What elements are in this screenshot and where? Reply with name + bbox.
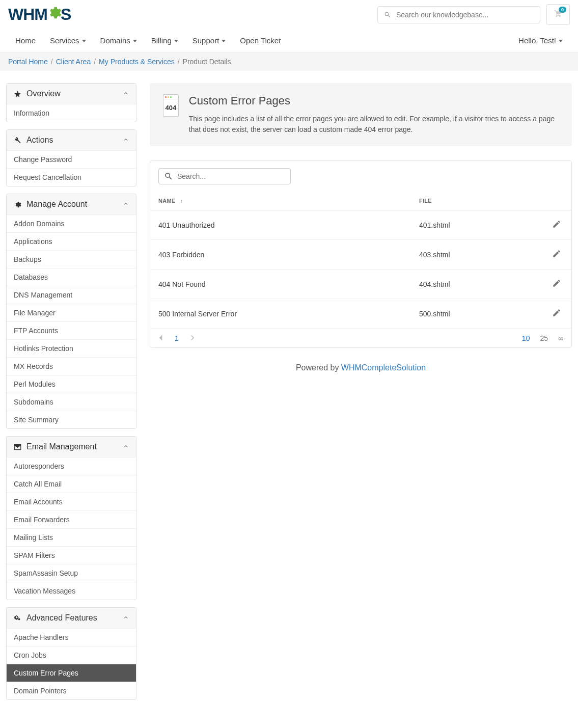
panel-header[interactable]: Overview	[7, 84, 136, 104]
sidebar-item-perl-modules[interactable]: Perl Modules	[7, 375, 136, 393]
navbar-right: Hello, Test!	[511, 29, 570, 52]
error-pages-table-card: NAME ↑ FILE 401 Unauthorized401.shtml403…	[150, 160, 572, 348]
panel-header[interactable]: Actions	[7, 130, 136, 150]
gear-icon	[14, 201, 21, 208]
panel-header[interactable]: Advanced Features	[7, 608, 136, 628]
table-row: 403 Forbidden403.shtml	[150, 240, 571, 269]
sidebar: OverviewInformationActionsChange Passwor…	[6, 83, 136, 707]
pager: 1	[158, 334, 195, 342]
page-size-option[interactable]: 10	[522, 334, 530, 342]
page-title: Custom Error Pages	[189, 94, 559, 107]
sidebar-item-request-cancellation[interactable]: Request Cancellation	[7, 168, 136, 186]
sidebar-item-email-forwarders[interactable]: Email Forwarders	[7, 510, 136, 528]
logo-text-post: S	[61, 5, 71, 24]
nav-services[interactable]: Services	[43, 29, 93, 52]
cell-name: 500 Internal Server Error	[150, 299, 411, 329]
chevron-up-icon	[123, 90, 129, 96]
edit-button[interactable]	[550, 277, 563, 291]
panel-header[interactable]: Email Management	[7, 437, 136, 457]
search-icon	[164, 172, 173, 181]
sidebar-item-hotlinks-protection[interactable]: Hotlinks Protection	[7, 339, 136, 357]
sidebar-item-addon-domains[interactable]: Addon Domains	[7, 214, 136, 232]
breadcrumb-current: Product Details	[183, 58, 231, 66]
kb-search[interactable]	[377, 6, 540, 23]
panel-header[interactable]: Manage Account	[7, 194, 136, 214]
breadcrumb-link[interactable]: Client Area	[56, 58, 91, 66]
sidebar-item-site-summary[interactable]: Site Summary	[7, 411, 136, 428]
panel-title: Actions	[26, 136, 53, 145]
col-file-header[interactable]: FILE	[411, 192, 541, 210]
sidebar-item-subdomains[interactable]: Subdomains	[7, 393, 136, 411]
sidebar-item-dns-management[interactable]: DNS Management	[7, 286, 136, 304]
chevron-down-icon	[82, 40, 86, 42]
sidebar-item-cron-jobs[interactable]: Cron Jobs	[7, 646, 136, 664]
sidebar-item-databases[interactable]: Databases	[7, 268, 136, 286]
header: WHM S 0	[0, 0, 578, 29]
panel-title: Manage Account	[26, 200, 87, 209]
chevron-down-icon	[133, 40, 137, 42]
edit-button[interactable]	[550, 218, 563, 232]
sidebar-item-information[interactable]: Information	[7, 104, 136, 122]
user-greeting[interactable]: Hello, Test!	[511, 29, 570, 52]
nav-label: Domains	[100, 36, 130, 45]
nav-support[interactable]: Support	[185, 29, 233, 52]
sidebar-item-apache-handlers[interactable]: Apache Handlers	[7, 628, 136, 646]
sidebar-panel-actions: ActionsChange PasswordRequest Cancellati…	[6, 129, 136, 186]
cell-file: 403.shtml	[411, 240, 541, 269]
table-footer: 1 1025∞	[150, 328, 571, 347]
chevron-down-icon	[222, 40, 226, 42]
table-search-input[interactable]	[177, 172, 285, 180]
breadcrumb-link[interactable]: My Products & Services	[99, 58, 175, 66]
sidebar-item-file-manager[interactable]: File Manager	[7, 304, 136, 321]
edit-button[interactable]	[550, 306, 563, 321]
edit-button[interactable]	[550, 247, 563, 262]
cart-button[interactable]: 0	[546, 4, 570, 25]
logo[interactable]: WHM S	[8, 5, 71, 24]
nav-billing[interactable]: Billing	[144, 29, 185, 52]
main-header-text: Custom Error Pages This page includes a …	[189, 94, 559, 135]
nav-home[interactable]: Home	[8, 29, 43, 52]
nav-domains[interactable]: Domains	[93, 29, 144, 52]
window-titlebar-icon	[163, 95, 178, 99]
page-next[interactable]	[190, 334, 195, 342]
col-name-header[interactable]: NAME ↑	[150, 192, 411, 210]
sidebar-item-backups[interactable]: Backups	[7, 250, 136, 268]
error-page-icon: 404	[163, 94, 179, 117]
cell-file: 404.shtml	[411, 269, 541, 299]
breadcrumb-sep: /	[51, 58, 53, 66]
sidebar-item-spamassasin-setup[interactable]: SpamAssasin Setup	[7, 564, 136, 582]
panel-title: Email Management	[26, 442, 97, 451]
nav-open-ticket[interactable]: Open Ticket	[233, 29, 288, 52]
chevron-up-icon	[123, 614, 129, 621]
cell-file: 401.shtml	[411, 210, 541, 240]
sidebar-item-mx-records[interactable]: MX Records	[7, 357, 136, 375]
sidebar-item-email-accounts[interactable]: Email Accounts	[7, 493, 136, 510]
sidebar-item-ftp-accounts[interactable]: FTP Accounts	[7, 321, 136, 339]
sidebar-item-custom-error-pages[interactable]: Custom Error Pages	[7, 664, 136, 682]
table-row: 404 Not Found404.shtml	[150, 269, 571, 299]
sidebar-item-autoresponders[interactable]: Autoresponders	[7, 457, 136, 475]
sidebar-item-domain-pointers[interactable]: Domain Pointers	[7, 682, 136, 699]
breadcrumb-link[interactable]: Portal Home	[8, 58, 48, 66]
page-current[interactable]: 1	[175, 334, 179, 342]
footer-link[interactable]: WHMCompleteSolution	[341, 363, 426, 372]
table-toolbar	[150, 161, 571, 192]
page-size-option[interactable]: 25	[540, 334, 548, 342]
sidebar-item-change-password[interactable]: Change Password	[7, 150, 136, 168]
cell-name: 401 Unauthorized	[150, 210, 411, 240]
error-code-label: 404	[163, 99, 178, 116]
table-search[interactable]	[158, 168, 291, 184]
cell-name: 403 Forbidden	[150, 240, 411, 269]
chevron-left-icon	[158, 335, 163, 341]
sidebar-item-vacation-messages[interactable]: Vacation Messages	[7, 582, 136, 600]
page-prev[interactable]	[158, 334, 163, 342]
sidebar-item-applications[interactable]: Applications	[7, 232, 136, 250]
pencil-icon	[552, 279, 561, 288]
kb-search-input[interactable]	[396, 11, 534, 19]
sidebar-item-spam-filters[interactable]: SPAM Filters	[7, 546, 136, 564]
sidebar-item-catch-all-email[interactable]: Catch All Email	[7, 475, 136, 493]
wrench-icon	[14, 137, 21, 144]
page-size-option[interactable]: ∞	[558, 334, 563, 342]
sidebar-item-mailing-lists[interactable]: Mailing Lists	[7, 528, 136, 546]
navbar: HomeServicesDomainsBillingSupportOpen Ti…	[0, 29, 578, 52]
